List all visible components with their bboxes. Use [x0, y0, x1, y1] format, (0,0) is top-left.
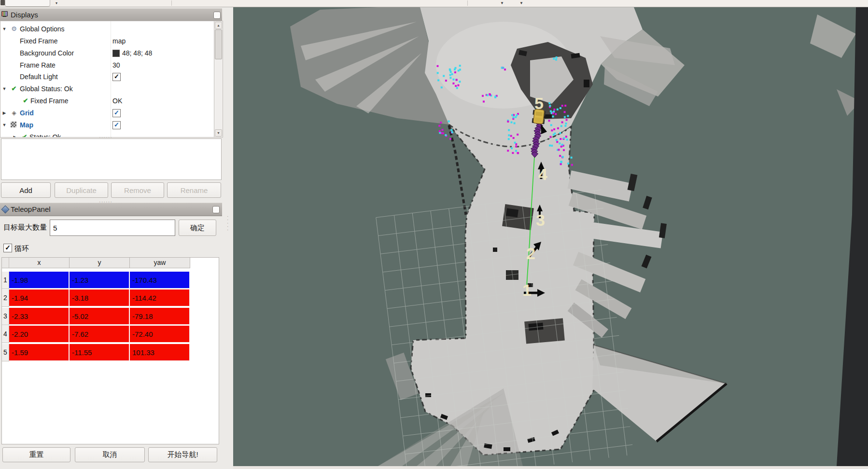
displays-icon — [1, 11, 8, 17]
cell-y[interactable]: -11.55 — [70, 344, 129, 361]
tree-row-value[interactable]: map — [112, 36, 126, 46]
teleop-panel-header[interactable]: TeleopPanel — [0, 203, 222, 216]
status-ok-icon: ✔ — [22, 96, 29, 106]
displays-tree: ▼ ⚙ Global Options Fixed Frame map Backg… — [0, 21, 214, 138]
display-description-box — [1, 138, 222, 180]
tree-row-label: Fixed Frame — [20, 36, 58, 46]
row-header[interactable]: 3 — [2, 308, 9, 325]
tree-row-fixed-frame-status[interactable]: ✔ Fixed Frame OK — [0, 96, 214, 106]
expander-down-icon[interactable]: ▼ — [1, 120, 7, 130]
row-header[interactable]: 5 — [2, 344, 9, 361]
float-panel-button[interactable] — [213, 12, 221, 19]
splitter-handle[interactable]: ······ — [99, 136, 112, 138]
status-ok-icon: ✔ — [21, 132, 28, 138]
waypoint-label-4: 4 — [538, 165, 547, 183]
remove-display-button[interactable]: Remove — [111, 182, 164, 198]
color-swatch[interactable] — [112, 50, 120, 57]
cell-yaw[interactable]: -79.18 — [130, 308, 190, 325]
toolbar-separator — [467, 0, 468, 6]
row-header[interactable]: 2 — [2, 290, 9, 307]
tree-row-label: Grid — [20, 108, 34, 118]
tree-row-label: Status: Ok — [29, 132, 61, 138]
window-bottom-strip — [233, 466, 868, 469]
max-goal-input[interactable] — [50, 220, 175, 236]
rename-display-button[interactable]: Rename — [167, 182, 221, 198]
gear-icon: ⚙ — [10, 24, 18, 34]
cell-yaw[interactable]: -170.43 — [130, 272, 190, 289]
cell-y[interactable]: -3.18 — [70, 290, 129, 306]
scrollbar-thumb[interactable] — [215, 29, 222, 59]
max-goal-label: 目标最大数量 — [3, 223, 47, 232]
scroll-up-icon[interactable]: ▲ — [215, 22, 222, 29]
displays-panel-header[interactable]: Displays — [0, 8, 222, 22]
tree-row-label: Global Status: Ok — [20, 83, 73, 94]
teleop-panel-title: TeleopPanel — [11, 205, 51, 213]
float-panel-button[interactable] — [212, 206, 220, 213]
reset-button[interactable]: 重置 — [2, 447, 70, 462]
tree-row-label: Frame Rate — [20, 60, 56, 70]
add-display-button[interactable]: Add — [1, 182, 51, 198]
tree-row-value[interactable]: 48; 48; 48 — [122, 48, 152, 58]
tree-row-frame-rate[interactable]: Frame Rate 30 — [0, 60, 214, 70]
tree-row-fixed-frame[interactable]: Fixed Frame map — [0, 36, 214, 46]
cell-x[interactable]: -1.98 — [9, 272, 69, 289]
tree-row-default-light[interactable]: Default Light ✓ — [0, 71, 214, 82]
checkbox-checked[interactable]: ✓ — [112, 109, 121, 117]
toolbar-button-fragment[interactable] — [5, 0, 50, 7]
toolbar-icon — [0, 0, 5, 5]
cell-x[interactable]: -1.59 — [9, 344, 69, 361]
tree-row-global-options[interactable]: ▼ ⚙ Global Options — [0, 24, 214, 34]
render-viewport[interactable]: 1 2 3 4 5 — [233, 7, 868, 466]
scroll-down-icon[interactable]: ▼ — [215, 129, 222, 137]
table-corner — [2, 258, 9, 268]
cell-yaw[interactable]: -72.40 — [130, 326, 190, 343]
expander-down-icon[interactable]: ▼ — [1, 83, 7, 94]
cell-y[interactable]: -7.62 — [70, 326, 129, 343]
tree-row-label: Global Options — [20, 24, 65, 34]
left-dock: Displays ▼ ⚙ Global Options Fixed Frame … — [0, 7, 233, 469]
checkbox-checked[interactable]: ✓ — [112, 121, 121, 129]
confirm-button[interactable]: 确定 — [179, 220, 216, 236]
cell-y[interactable]: -5.02 — [70, 308, 129, 325]
loop-checkbox-checked[interactable]: ✓ — [3, 244, 12, 252]
cell-x[interactable]: -1.94 — [9, 290, 69, 306]
tree-scrollbar[interactable]: ▲ ▼ — [214, 21, 223, 138]
start-navigation-button[interactable]: 开始导航! — [148, 447, 217, 462]
duplicate-display-button[interactable]: Duplicate — [55, 182, 108, 198]
cell-y[interactable]: -1.23 — [70, 272, 129, 289]
tree-row-value: OK — [112, 96, 122, 106]
checkbox-checked[interactable]: ✓ — [112, 73, 121, 81]
expander-down-icon[interactable]: ▼ — [1, 24, 7, 34]
chevron-down-icon[interactable]: ▼ — [500, 1, 504, 5]
top-toolbar-strip: ▾ ▼ ▼ — [0, 0, 868, 7]
tree-row-grid[interactable]: ▶ ◈ Grid ✓ — [0, 108, 214, 118]
tree-row-label: Background Color — [20, 48, 74, 58]
chevron-down-icon[interactable]: ▼ — [519, 1, 523, 5]
chevron-down-icon[interactable]: ▾ — [56, 1, 57, 5]
cell-yaw[interactable]: 101.33 — [130, 344, 190, 361]
map-scene: 1 2 3 4 5 — [233, 7, 868, 466]
tree-row-map[interactable]: ▼ Map ✓ — [0, 120, 214, 130]
column-header-x[interactable]: x — [9, 258, 70, 268]
loop-label: 循环 — [14, 244, 29, 253]
grid-display-icon: ◈ — [10, 108, 18, 118]
cell-x[interactable]: -2.20 — [9, 326, 69, 343]
dock-splitter-handle[interactable]: ····· — [227, 215, 230, 232]
column-header-y[interactable]: y — [70, 258, 130, 268]
tree-row-background-color[interactable]: Background Color 48; 48; 48 — [0, 48, 214, 58]
status-ok-icon: ✔ — [10, 83, 18, 94]
row-header[interactable]: 1 — [2, 272, 9, 289]
expander-right-icon[interactable]: ▶ — [1, 108, 7, 118]
tree-row-label: Fixed Frame — [30, 96, 69, 106]
map-display-icon — [11, 122, 16, 127]
waypoint-table: x y yaw 1 -1.98 -1.23 -170.43 2 -1.94 -3… — [1, 257, 219, 444]
tree-row-global-status[interactable]: ▼ ✔ Global Status: Ok — [0, 83, 214, 94]
row-header[interactable]: 4 — [2, 326, 9, 343]
column-header-yaw[interactable]: yaw — [130, 258, 190, 268]
waypoint-label-3: 3 — [536, 211, 545, 229]
expander-right-icon[interactable]: ▶ — [12, 132, 18, 138]
tree-row-value[interactable]: 30 — [112, 60, 120, 70]
cell-x[interactable]: -2.33 — [9, 308, 69, 325]
cell-yaw[interactable]: -114.42 — [130, 290, 190, 306]
cancel-button[interactable]: 取消 — [75, 447, 145, 462]
